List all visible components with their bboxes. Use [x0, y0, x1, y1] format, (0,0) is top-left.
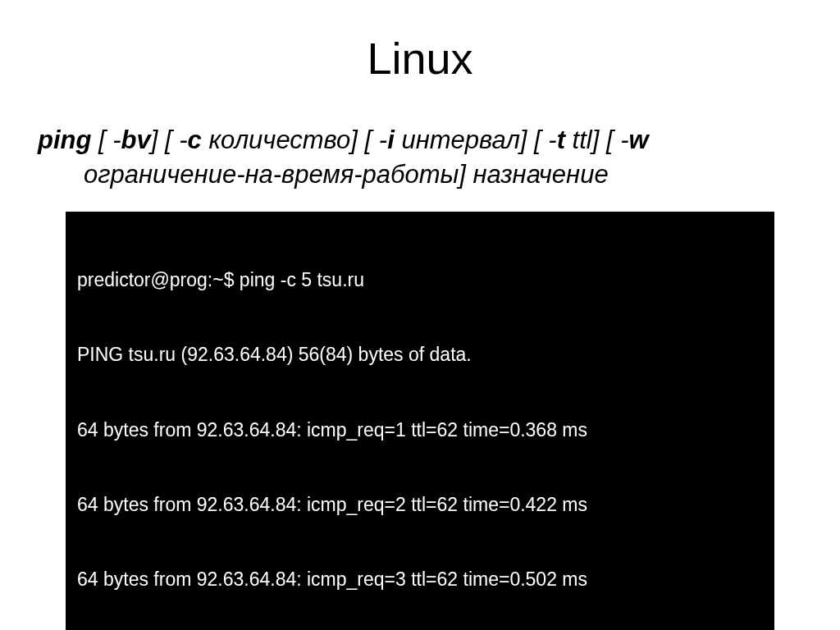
syntax-cmd: ping [38, 126, 91, 154]
terminal-line: predictor@prog:~$ ping -c 5 tsu.ru [77, 267, 763, 292]
terminal-line: PING tsu.ru (92.63.64.84) 56(84) bytes o… [77, 342, 763, 367]
syntax-text: [ - [527, 126, 557, 154]
terminal-line: 64 bytes from 92.63.64.84: icmp_req=1 tt… [77, 418, 763, 442]
syntax-flag-bv: bv [121, 126, 151, 154]
syntax-flag-t: t [557, 126, 565, 154]
syntax-text: [ - [599, 126, 628, 154]
terminal-output: predictor@prog:~$ ping -c 5 tsu.ru PING … [66, 212, 774, 630]
syntax-flag-w: w [629, 126, 649, 154]
syntax-text: [ - [158, 126, 187, 154]
syntax-text: интервал] [395, 126, 527, 154]
terminal-line: 64 bytes from 92.63.64.84: icmp_req=3 tt… [77, 567, 763, 591]
syntax-flag-c: c [188, 126, 202, 154]
terminal-line: 64 bytes from 92.63.64.84: icmp_req=2 tt… [77, 492, 763, 517]
syntax-text: [ - [358, 126, 387, 154]
syntax-line2: ограничение-на-время-работы] назначение [38, 158, 802, 192]
syntax-text: ttl] [565, 126, 599, 154]
slide: Linux ping [ -bv] [ -c количество] [ -i … [0, 0, 840, 630]
syntax-text: [ - [91, 126, 121, 154]
syntax-text: количество] [202, 126, 358, 154]
ping-syntax: ping [ -bv] [ -c количество] [ -i интерв… [16, 123, 824, 192]
syntax-flag-i: i [387, 126, 395, 154]
slide-title: Linux [16, 33, 824, 84]
